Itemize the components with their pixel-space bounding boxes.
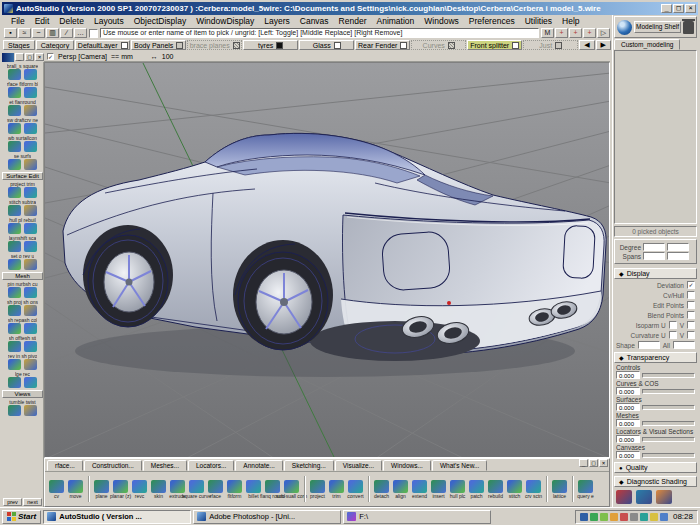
slider-track[interactable] (642, 389, 695, 394)
tray-icon-5[interactable] (620, 513, 628, 521)
checkbox-curvature-u-v[interactable] (687, 331, 695, 339)
palette-tool-icon[interactable] (24, 323, 37, 334)
viewport-zoom-value[interactable]: 100 (162, 53, 174, 60)
viewport-camera-label[interactable]: Persp [Camera] (58, 53, 107, 60)
tray-icon-2[interactable] (590, 513, 598, 521)
display-section-header[interactable]: ◆ Display (614, 268, 697, 279)
palette-tool-icon[interactable] (8, 123, 21, 134)
menu-render[interactable]: Render (334, 15, 372, 27)
layer-brace-planes[interactable]: brace planes (187, 40, 242, 50)
menu-file[interactable]: File (6, 15, 30, 27)
shelf-tool-skin[interactable]: skin (149, 480, 168, 499)
palette-tool-se-surfs[interactable]: se surfs (2, 153, 43, 170)
layer-color-chip[interactable] (448, 42, 455, 49)
palette-tool-sh-proj-sh-ons[interactable]: sh proj sh ons (2, 299, 43, 316)
tray-icon-7[interactable] (640, 513, 648, 521)
slider-track[interactable] (642, 373, 695, 378)
menu-layouts[interactable]: Layouts (89, 15, 129, 27)
palette-tool-icon[interactable] (8, 323, 21, 334)
layer-color-chip[interactable] (555, 42, 562, 49)
degree-field-1[interactable] (643, 243, 665, 251)
palette-tool-icon[interactable] (8, 187, 21, 198)
tray-icon-4[interactable] (610, 513, 618, 521)
palette-tab-next[interactable]: next (23, 498, 42, 506)
shelf-tool-rface[interactable]: rface (206, 480, 225, 499)
palette-tool-icon[interactable] (24, 405, 37, 416)
shelf-tab-construction[interactable]: Construction... (84, 460, 142, 471)
palette-tool-icon[interactable] (24, 305, 37, 316)
layer-color-chip[interactable] (512, 42, 519, 49)
shelf-tab-locators[interactable]: Locators... (188, 460, 234, 471)
maximize-button[interactable]: □ (25, 53, 34, 61)
tray-icon-9[interactable] (660, 513, 668, 521)
palette-tool-laynshift-sca[interactable]: laynshift sca (2, 235, 43, 252)
menu-preferences[interactable]: Preferences (464, 15, 520, 27)
checkbox-blend-points[interactable] (687, 311, 695, 319)
palette-tool-icon[interactable] (8, 159, 21, 170)
minimize-button[interactable]: _ (15, 53, 24, 61)
trash-icon[interactable] (683, 21, 694, 34)
palette-tool-icon[interactable] (8, 141, 21, 152)
toolbar-icon-6[interactable]: … (74, 28, 87, 38)
shelf-tool-query-e[interactable]: query e (576, 480, 595, 499)
maximize-button[interactable]: □ (589, 459, 598, 467)
slider-track[interactable] (642, 437, 695, 442)
spans-field-1[interactable] (643, 252, 665, 260)
palette-tool-icon[interactable] (24, 159, 37, 170)
shelf-tool-rebuild[interactable]: rebuild (486, 480, 505, 499)
start-button[interactable]: Start (2, 510, 41, 524)
menu-edit[interactable]: Edit (30, 15, 55, 27)
layer-nav-left[interactable]: ◀ (579, 40, 594, 50)
menu-delete[interactable]: Delete (54, 15, 89, 27)
layer-color-chip[interactable] (176, 42, 183, 49)
taskbar-task-autostudio-version[interactable]: AutoStudio ( Version ... (43, 510, 191, 524)
snap-icon-4[interactable]: + (583, 28, 596, 38)
custom-shelf-area[interactable] (614, 50, 697, 224)
palette-tool-stitch-subtra[interactable]: stitch subtra (2, 199, 43, 216)
palette-tool-icon[interactable] (8, 205, 21, 216)
slider-value-field[interactable]: 0.000 (616, 387, 640, 395)
layer-color-chip[interactable] (233, 42, 240, 49)
shelf-tool-convert[interactable]: convert (346, 480, 365, 499)
palette-tool-pin-nurbsh-cu[interactable]: pin nurbsh cu (2, 281, 43, 298)
palette-tool-wb-surtallcon[interactable]: wb surtallcon (2, 135, 43, 152)
prompt-line[interactable]: Use mouse or enter name of item to pick … (100, 28, 539, 38)
minimize-button[interactable]: _ (579, 459, 588, 467)
palette-tool-icon[interactable] (8, 359, 21, 370)
palette-tool-icon[interactable] (8, 223, 21, 234)
palette-tool-icon[interactable] (24, 187, 37, 198)
menu-objectdisplay[interactable]: ObjectDisplay (129, 15, 191, 27)
menu-layers[interactable]: Layers (259, 15, 295, 27)
slider-track[interactable] (642, 453, 695, 458)
palette-tool-sh-repash-col[interactable]: sh repash col (2, 317, 43, 334)
palette-window-titlebar[interactable]: _□× (2, 52, 44, 62)
shelf-tool-square-curve[interactable]: square curve (187, 480, 206, 499)
close-button[interactable]: × (35, 53, 44, 61)
palette-tool-rface-fltform-bl[interactable]: rface fltform bl (2, 81, 43, 98)
palette-tool-icon[interactable] (24, 69, 37, 80)
layer-rear-fender[interactable]: Rear Fender (355, 40, 410, 50)
palette-section-surface-edit[interactable]: Surface Edit (2, 172, 43, 180)
modeling-shelf-button[interactable]: Modeling Shelf (634, 21, 681, 33)
palette-tool-icon[interactable] (8, 287, 21, 298)
shelf-tab-meshes[interactable]: Meshes... (143, 460, 187, 471)
shapes-field[interactable] (638, 341, 660, 349)
palette-tool-icon[interactable] (24, 105, 37, 116)
slider-value-field[interactable]: 0.000 (616, 419, 640, 427)
taskbar-task-f[interactable]: F:\ (343, 510, 491, 524)
palette-tool-icon[interactable] (24, 87, 37, 98)
palette-tool-tumble-twist[interactable]: tumble twist (2, 399, 43, 416)
menu-canvas[interactable]: Canvas (295, 15, 334, 27)
category-button[interactable]: Category (36, 40, 74, 50)
tray-icon-1[interactable] (580, 513, 588, 521)
toolbar-icon-3[interactable]: ~ (32, 28, 45, 38)
checkbox-edit-points[interactable] (687, 301, 695, 309)
close-button[interactable]: × (685, 4, 696, 13)
viewport-zoom-arrows[interactable]: ↔ (151, 53, 158, 60)
layer-color-chip[interactable] (276, 42, 283, 49)
palette-section-mesh[interactable]: Mesh (2, 272, 43, 280)
palette-tool-hull-pl-rebuil[interactable]: hull pl rebuil (2, 217, 43, 234)
toolbar-icon-4[interactable]: ▥ (46, 28, 59, 38)
tray-icon-3[interactable] (600, 513, 608, 521)
palette-tool-icon[interactable] (24, 205, 37, 216)
